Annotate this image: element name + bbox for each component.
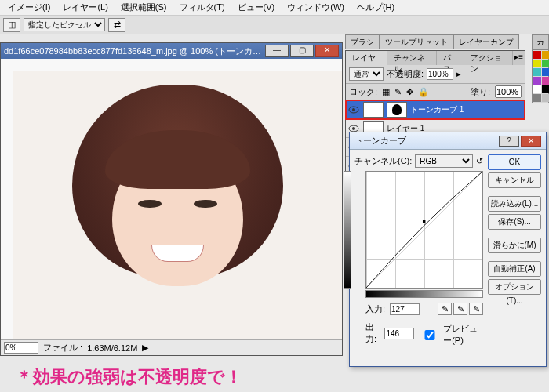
swatches-panel: カ — [532, 34, 549, 103]
lock-paint-icon[interactable]: ✎ — [394, 87, 402, 97]
menu-layer[interactable]: レイヤー(L) — [58, 0, 112, 15]
gradient-horizontal — [365, 290, 483, 298]
swatch[interactable] — [542, 60, 549, 67]
preview-checkbox[interactable] — [419, 330, 441, 340]
tab-brush[interactable]: ブラシ — [345, 34, 380, 49]
file-stat: 1.63M/6.12M — [87, 343, 137, 353]
tab-channels[interactable]: チャンネル — [387, 51, 436, 65]
crop-icon[interactable]: ◫ — [3, 18, 20, 32]
swatch[interactable] — [533, 51, 541, 59]
canvas[interactable] — [13, 71, 342, 339]
input-label: 入力: — [365, 303, 385, 315]
save-button[interactable]: 保存(S)... — [488, 214, 541, 230]
close-button[interactable]: ✕ — [315, 45, 339, 57]
channel-select[interactable]: RGB — [415, 154, 473, 168]
photo-portrait — [13, 71, 342, 339]
menu-help[interactable]: ヘルプ(H) — [352, 0, 399, 15]
curves-title-text: トーンカーブ — [354, 135, 406, 147]
tab-layer-comp[interactable]: レイヤーカンプ — [453, 34, 519, 49]
ruler-horizontal — [1, 59, 342, 71]
swatch[interactable] — [542, 85, 549, 93]
tab-actions[interactable]: アクション — [464, 51, 513, 65]
swatch[interactable] — [542, 94, 549, 102]
swatch[interactable] — [542, 77, 549, 85]
swatch[interactable] — [542, 51, 549, 59]
load-button[interactable]: 読み込み(L)... — [488, 196, 541, 212]
fill-label: 塗り: — [471, 86, 490, 98]
swatch[interactable] — [542, 68, 549, 76]
document-title: dd1f66ce078984bb83ecc877fd136648_m.jpg @… — [4, 45, 265, 57]
lock-all-icon[interactable]: 🔒 — [418, 87, 429, 97]
caption-text: ＊効果の強弱は不透明度で！ — [16, 365, 242, 389]
options-toolbar: ◫ 指定したピクセル ⇄ — [0, 16, 549, 34]
input-value[interactable] — [390, 303, 420, 315]
preview-label: プレビュー(P) — [443, 323, 483, 347]
output-value[interactable] — [384, 328, 414, 339]
menubar: イメージ(I) レイヤー(L) 選択範囲(S) フィルタ(T) ビュー(V) ウ… — [0, 0, 549, 16]
tab-tool-preset[interactable]: ツールプリセット — [380, 34, 453, 49]
swatch[interactable] — [533, 77, 541, 85]
cancel-button[interactable]: キャンセル — [488, 172, 541, 188]
help-button[interactable]: ? — [499, 136, 519, 147]
svg-line-8 — [366, 172, 482, 288]
panel-tabs-top: ブラシ ツールプリセット レイヤーカンプ — [345, 34, 525, 49]
channel-label: チャンネル(C): — [354, 155, 412, 167]
lock-trans-icon[interactable]: ▦ — [382, 87, 390, 97]
tab-paths[interactable]: パス — [437, 51, 464, 65]
curves-titlebar[interactable]: トーンカーブ ? ✕ — [350, 132, 546, 150]
opacity-label: 不透明度: — [387, 68, 424, 80]
document-statusbar: ファイル : 1.63M/6.12M ▶ — [1, 339, 342, 355]
opacity-input[interactable] — [427, 68, 453, 80]
swatch[interactable] — [533, 60, 541, 67]
lock-label: ロック: — [349, 86, 377, 98]
curves-dialog: トーンカーブ ? ✕ チャンネル(C): RGB ↺ — [349, 132, 547, 367]
ok-button[interactable]: OK — [488, 154, 541, 170]
menu-window[interactable]: ウィンドウ(W) — [282, 0, 349, 15]
eyedropper-gray-icon[interactable]: ✎ — [453, 303, 467, 315]
channel-reset-icon[interactable]: ↺ — [476, 156, 483, 166]
menu-view[interactable]: ビュー(V) — [233, 0, 280, 15]
swatch[interactable] — [533, 94, 541, 102]
mask-thumb-icon — [387, 102, 407, 118]
tab-layers[interactable]: レイヤー — [346, 51, 387, 65]
crop-mode-select[interactable]: 指定したピクセル — [24, 18, 105, 31]
visibility-icon[interactable] — [347, 104, 360, 115]
eyedropper-black-icon[interactable]: ✎ — [438, 303, 452, 315]
swatch[interactable] — [533, 85, 541, 93]
menu-image[interactable]: イメージ(I) — [3, 0, 55, 15]
minimize-button[interactable]: — — [265, 45, 289, 57]
swap-icon[interactable]: ⇄ — [108, 18, 125, 32]
menu-filter[interactable]: フィルタ(T) — [175, 0, 230, 15]
curves-thumb-icon: ⬔ — [363, 102, 384, 118]
swatches-title: カ — [532, 34, 549, 50]
menu-select[interactable]: 選択範囲(S) — [116, 0, 172, 15]
close-button[interactable]: ✕ — [521, 136, 541, 147]
document-window: dd1f66ce078984bb83ecc877fd136648_m.jpg @… — [0, 42, 343, 356]
document-titlebar[interactable]: dd1f66ce078984bb83ecc877fd136648_m.jpg @… — [1, 43, 342, 59]
fill-input[interactable] — [495, 85, 522, 98]
blend-mode-select[interactable]: 通常 — [349, 67, 384, 81]
auto-button[interactable]: 自動補正(A) — [488, 261, 541, 277]
swatches-grid[interactable] — [532, 50, 549, 103]
zoom-input[interactable] — [4, 342, 38, 354]
lock-move-icon[interactable]: ✥ — [406, 87, 413, 97]
gradient-vertical — [344, 171, 351, 289]
status-arrow-icon[interactable]: ▶ — [142, 343, 148, 353]
eyedropper-white-icon[interactable]: ✎ — [469, 303, 483, 315]
output-label: 出力: — [365, 321, 380, 345]
maximize-button[interactable]: ▢ — [290, 45, 314, 57]
panel-menu-icon[interactable]: ▸≡ — [513, 51, 525, 65]
svg-rect-9 — [423, 220, 425, 223]
swatch[interactable] — [533, 68, 541, 76]
ruler-vertical — [1, 71, 13, 339]
smooth-button[interactable]: 滑らかに(M) — [488, 238, 541, 253]
options-button[interactable]: オプション(T)... — [488, 279, 541, 295]
layer-row-curves-1[interactable]: ⬔ トーンカーブ 1 — [346, 100, 525, 119]
svg-point-3 — [352, 127, 355, 130]
svg-point-1 — [352, 108, 355, 111]
opacity-arrow-icon[interactable]: ▸ — [456, 69, 461, 79]
file-stat-label: ファイル : — [43, 342, 82, 354]
curve-plot[interactable] — [365, 171, 483, 289]
layer-name: トーンカーブ 1 — [410, 104, 464, 115]
